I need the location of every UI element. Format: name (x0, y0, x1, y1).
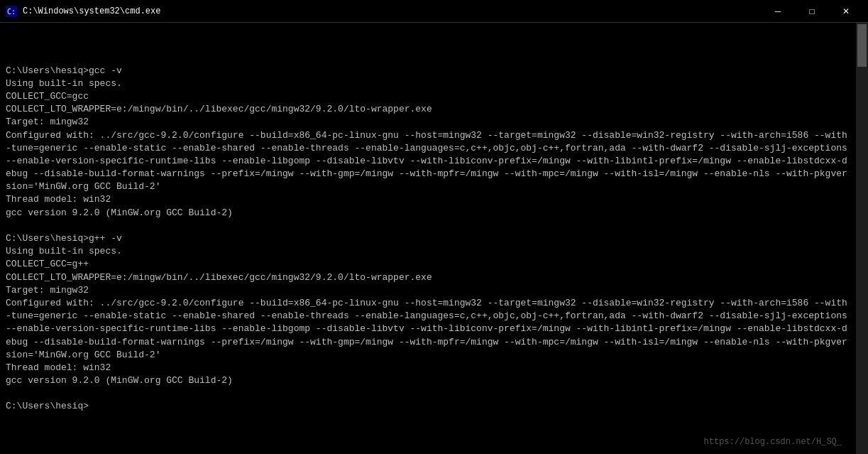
minimize-button[interactable]: ─ (762, 0, 794, 23)
terminal-line: COLLECT_GCC=g++ (6, 258, 850, 271)
terminal-line (6, 387, 850, 400)
title-bar: C: C:\Windows\system32\cmd.exe ─ □ ✕ (0, 0, 868, 23)
terminal-line: gcc version 9.2.0 (MinGW.org GCC Build-2… (6, 374, 850, 387)
terminal-line: Using built-in specs. (6, 77, 850, 90)
terminal-line: gcc version 9.2.0 (MinGW.org GCC Build-2… (6, 207, 850, 220)
close-button[interactable]: ✕ (830, 0, 862, 23)
cmd-window: C: C:\Windows\system32\cmd.exe ─ □ ✕ C:\… (0, 0, 868, 454)
cmd-icon: C: (6, 6, 17, 17)
terminal-line: Thread model: win32 (6, 193, 850, 206)
terminal-line: COLLECT_LTO_WRAPPER=e:/mingw/bin/../libe… (6, 271, 850, 284)
terminal-line: C:\Users\hesiq>g++ -v (6, 232, 850, 245)
content-area: C:\Users\hesiq>gcc -vUsing built-in spec… (0, 23, 868, 454)
terminal-line (6, 51, 850, 64)
window-title: C:\Windows\system32\cmd.exe (23, 6, 160, 16)
terminal-line: Target: mingw32 (6, 284, 850, 297)
terminal-line: Configured with: ../src/gcc-9.2.0/config… (6, 129, 850, 194)
maximize-button[interactable]: □ (796, 0, 828, 23)
terminal-line: COLLECT_LTO_WRAPPER=e:/mingw/bin/../libe… (6, 103, 850, 116)
terminal-line: COLLECT_GCC=gcc (6, 90, 850, 103)
terminal-line: Thread model: win32 (6, 362, 850, 374)
terminal-line: Configured with: ../src/gcc-9.2.0/config… (6, 297, 850, 362)
terminal-line (6, 220, 850, 232)
terminal-line: Using built-in specs. (6, 245, 850, 258)
svg-text:C:: C: (7, 8, 16, 16)
title-bar-left: C: C:\Windows\system32\cmd.exe (6, 6, 160, 17)
terminal-output[interactable]: C:\Users\hesiq>gcc -vUsing built-in spec… (0, 23, 856, 454)
terminal-line: Target: mingw32 (6, 116, 850, 129)
terminal-line: C:\Users\hesiq> (6, 400, 850, 413)
window-controls: ─ □ ✕ (762, 0, 862, 23)
scrollbar-thumb[interactable] (857, 24, 867, 67)
terminal-line: C:\Users\hesiq>gcc -v (6, 65, 850, 77)
scrollbar[interactable] (856, 23, 868, 454)
watermark: https://blog.csdn.net/H_SQ_ (704, 436, 842, 448)
